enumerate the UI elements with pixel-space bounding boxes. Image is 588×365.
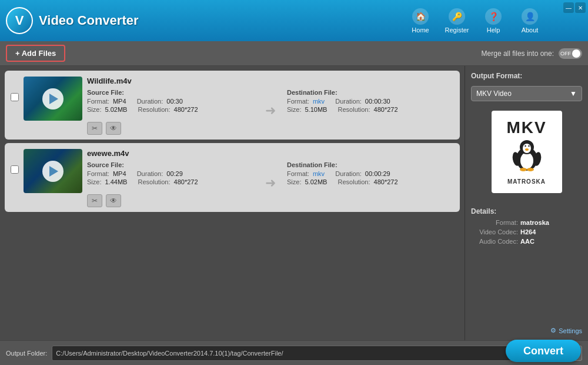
file-checkbox-1[interactable]	[11, 93, 19, 101]
toggle-off-label: OFF	[560, 51, 571, 57]
output-path-input[interactable]	[52, 346, 526, 361]
home-icon: 🏠	[412, 8, 429, 25]
file-item-2: ewewe.m4v Source File: Format: MP4 Durat…	[5, 143, 460, 212]
source-file-label-1: Source File:	[87, 89, 254, 96]
add-files-button[interactable]: + Add Files	[6, 45, 65, 62]
home-label: Home	[412, 26, 429, 34]
nav-home[interactable]: 🏠 Home	[403, 2, 437, 39]
preview-action-1[interactable]: 👁	[106, 122, 121, 135]
source-duration-1: 00:30	[166, 98, 183, 105]
right-panel: Output Format: MKV Video ▼ MKV	[465, 66, 588, 340]
clip-action-1[interactable]: ✂	[87, 122, 102, 135]
format-detail-row: Format: matroska	[471, 219, 582, 226]
nav-about[interactable]: 👤 About	[513, 2, 547, 39]
about-icon: 👤	[522, 8, 538, 25]
play-triangle-icon-2	[49, 166, 58, 177]
file-name-2: ewewe.m4v	[87, 149, 454, 158]
output-format-label: Output Format:	[471, 72, 582, 80]
close-button[interactable]: ✕	[575, 2, 586, 13]
source-resolution-1: 480*272	[174, 106, 198, 113]
file-thumbnail-2	[24, 149, 82, 193]
source-resolution-label-1: Resolution:	[138, 106, 171, 113]
video-codec-val: H264	[520, 228, 536, 235]
video-codec-key: Video Codec:	[471, 228, 518, 235]
nav-register[interactable]: 🔑 Register	[440, 2, 474, 39]
source-size-2: 1.44MB	[105, 178, 127, 185]
dest-size-1: 5.10MB	[305, 106, 327, 113]
dest-format-2: mkv	[313, 170, 325, 177]
arrow-col-1: ➜	[259, 89, 282, 118]
file-info-1: Wildlife.m4v Source File: Format: MP4 Du…	[87, 77, 454, 135]
dest-col-2: Destination File: Format: mkv Duration: …	[287, 161, 454, 187]
help-icon: ❓	[485, 8, 502, 25]
audio-codec-row: Audio Codec: AAC	[471, 238, 582, 245]
details-title: Details:	[471, 207, 582, 215]
nav-help[interactable]: ❓ Help	[476, 2, 510, 39]
register-icon: 🔑	[449, 8, 465, 25]
output-folder-label: Output Folder:	[6, 350, 47, 357]
merge-label: Merge all files into one:	[482, 49, 554, 58]
file-name-1: Wildlife.m4v	[87, 77, 454, 85]
source-duration-label-1: Duration:	[137, 98, 163, 105]
source-format-1: MP4	[113, 98, 126, 105]
svg-point-6	[524, 145, 526, 147]
audio-codec-val: AAC	[520, 238, 534, 245]
arrow-col-2: ➜	[259, 161, 282, 191]
dropdown-chevron-icon: ▼	[570, 89, 577, 98]
file-list: Wildlife.m4v Source File: Format: MP4 Du…	[0, 66, 465, 340]
minimize-button[interactable]: —	[563, 2, 574, 13]
dest-resolution-label-1: Resolution:	[338, 106, 370, 113]
dest-file-label-1: Destination File:	[287, 89, 454, 96]
register-label: Register	[445, 26, 469, 34]
file-info-2: ewewe.m4v Source File: Format: MP4 Durat…	[87, 149, 454, 207]
convert-button[interactable]: Convert	[506, 340, 581, 362]
source-col-2: Source File: Format: MP4 Duration: 00:29…	[87, 161, 254, 187]
source-format-label-2: Format:	[87, 170, 109, 177]
dest-file-label-2: Destination File:	[287, 161, 454, 168]
bottom-bar: Output Folder: ... Open Convert	[0, 340, 588, 365]
dest-resolution-2: 480*272	[374, 178, 398, 185]
merge-toggle[interactable]: OFF	[559, 48, 582, 59]
source-format-label-1: Format:	[87, 98, 109, 105]
audio-codec-key: Audio Codec:	[471, 238, 518, 245]
arrow-icon-1: ➜	[265, 103, 276, 118]
dest-col-1: Destination File: Format: mkv Duration: …	[287, 89, 454, 114]
clip-action-2[interactable]: ✂	[87, 194, 102, 207]
format-selected-label: MKV Video	[476, 89, 512, 98]
source-col-1: Source File: Format: MP4 Duration: 00:30…	[87, 89, 254, 114]
window-controls: — ✕	[563, 2, 586, 13]
svg-point-11	[520, 168, 527, 171]
nav-buttons: 🏠 Home 🔑 Register ❓ Help 👤 About	[403, 0, 547, 41]
settings-gear-icon: ⚙	[550, 327, 556, 334]
details-section: Details: Format: matroska Video Codec: H…	[471, 207, 582, 247]
svg-point-12	[527, 168, 534, 171]
dest-duration-label-1: Duration:	[335, 98, 362, 105]
main-layout: Wildlife.m4v Source File: Format: MP4 Du…	[0, 66, 588, 340]
dest-format-label-2: Format:	[287, 170, 309, 177]
dest-duration-label-2: Duration:	[335, 170, 362, 177]
format-dropdown[interactable]: MKV Video ▼	[471, 86, 582, 101]
dest-format-1: mkv	[313, 98, 325, 105]
source-size-1: 5.02MB	[105, 106, 127, 113]
source-size-label-1: Size:	[87, 106, 101, 113]
settings-label: Settings	[559, 327, 582, 334]
file-checkbox-2[interactable]	[11, 165, 19, 174]
source-duration-label-2: Duration:	[137, 170, 163, 177]
source-resolution-2: 480*272	[174, 178, 198, 185]
source-size-label-2: Size:	[87, 178, 101, 185]
matroska-text: MATROSKA	[507, 178, 546, 185]
source-resolution-label-2: Resolution:	[138, 178, 171, 185]
title-bar: V Video Converter 🏠 Home 🔑 Register ❓ He…	[0, 0, 588, 41]
file-thumbnail-1	[24, 77, 82, 121]
app-title: Video Converter	[39, 13, 139, 28]
dest-resolution-1: 480*272	[374, 106, 398, 113]
settings-link[interactable]: ⚙ Settings	[471, 327, 582, 334]
dest-format-label-1: Format:	[287, 98, 309, 105]
dest-size-label-2: Size:	[287, 178, 301, 185]
dest-duration-1: 00:00:30	[365, 98, 390, 105]
logo-letter: V	[15, 13, 24, 28]
preview-action-2[interactable]: 👁	[106, 194, 121, 207]
play-button-1[interactable]	[42, 88, 64, 110]
toggle-circle	[572, 49, 580, 58]
play-button-2[interactable]	[42, 161, 64, 182]
